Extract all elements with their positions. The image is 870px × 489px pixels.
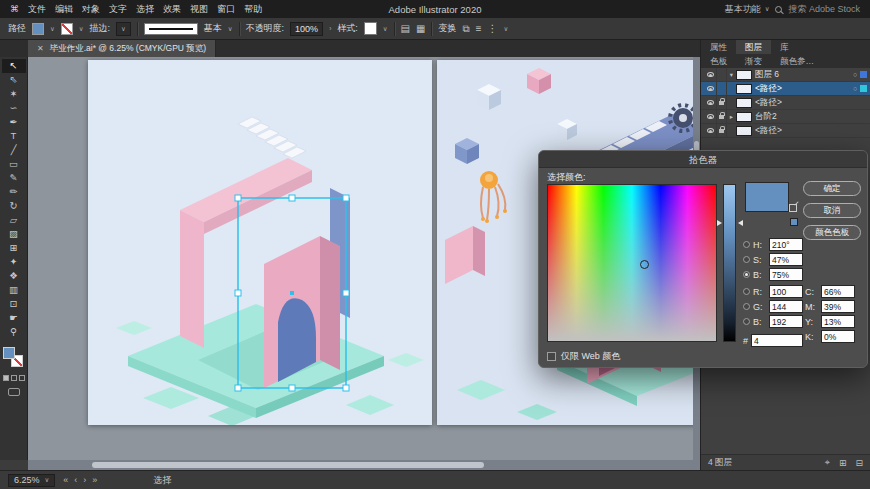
delete-layer-icon[interactable]: ⊟ [855,458,863,468]
tab-swatches[interactable]: 色板 [701,54,736,68]
previous-artboard-icon[interactable]: ‹ [74,475,77,485]
selection-tool[interactable]: ↖ [2,59,26,73]
document-setup-icon[interactable]: ▤ [401,23,410,34]
first-artboard-icon[interactable]: « [63,475,68,485]
lock-toggle[interactable] [716,96,727,109]
channel-r-input[interactable] [769,285,803,298]
layer-name[interactable]: <路径> [755,97,870,109]
stroke-caret-icon[interactable]: ∨ [79,25,84,33]
opacity-field[interactable]: 100% [290,22,323,36]
workspace-switcher[interactable]: 基本功能 ∨ [725,3,770,16]
visibility-toggle[interactable] [704,114,716,119]
channel-g-input[interactable] [769,300,803,313]
fill-proxy-swatch[interactable] [3,347,15,359]
menu-item-help[interactable]: 帮助 [244,3,262,16]
cancel-button[interactable]: 取消 [803,203,861,218]
channel-s-input[interactable] [769,253,803,266]
caret-down-icon[interactable]: ∨ [503,25,508,33]
magic-wand-tool[interactable]: ✶ [2,87,26,101]
last-artboard-icon[interactable]: » [92,475,97,485]
visibility-toggle[interactable] [704,100,716,105]
stock-search-field[interactable]: 搜索 Adobe Stock [788,3,860,16]
zoom-tool[interactable]: ⚲ [2,325,26,339]
rotate-tool[interactable]: ↻ [2,199,26,213]
radio-s[interactable] [743,256,750,263]
radio-h[interactable] [743,241,750,248]
fill-caret-icon[interactable]: ∨ [50,25,55,33]
channel-c-input[interactable] [821,285,855,298]
menu-item-object[interactable]: 对象 [82,3,100,16]
horizontal-scrollbar[interactable] [28,460,700,470]
mesh-tool[interactable]: ⊞ [2,241,26,255]
caret-down-icon[interactable]: ∨ [228,25,233,33]
lock-toggle[interactable] [716,124,727,137]
align-icon[interactable]: ≡ [476,23,482,34]
color-slider[interactable] [723,184,736,342]
slider-handle-right-icon[interactable] [738,220,743,226]
fill-color-swatch[interactable] [32,23,44,35]
artboard-1[interactable] [88,60,432,425]
channel-y-input[interactable] [821,315,855,328]
channel-m-input[interactable] [821,300,855,313]
more-options-icon[interactable]: ⋮ [487,23,497,34]
pencil-tool[interactable]: ✏ [2,185,26,199]
menu-item-file[interactable]: 文件 [28,3,46,16]
line-segment-tool[interactable]: ╱ [2,143,26,157]
menu-item-edit[interactable]: 编辑 [55,3,73,16]
layer-row[interactable]: ▸ 台阶2 [701,110,870,124]
tab-color-guide[interactable]: 颜色参… [771,54,823,68]
graph-tool[interactable]: ▥ [2,283,26,297]
draw-inside-icon[interactable] [19,375,25,381]
stroke-profile-preview[interactable] [144,23,198,35]
layer-name[interactable]: 台阶2 [755,111,870,123]
new-layer-icon[interactable]: ⊞ [839,458,847,468]
tab-properties[interactable]: 属性 [701,40,736,54]
color-field-marker[interactable] [640,260,649,269]
visibility-toggle[interactable] [704,72,716,77]
screen-mode-icon[interactable] [8,388,20,396]
lasso-tool[interactable]: ∽ [2,101,26,115]
rectangle-tool[interactable]: ▭ [2,157,26,171]
color-swatches-button[interactable]: 颜色色板 [803,225,861,240]
expand-icon[interactable]: ▾ [727,71,736,79]
web-color-cube-icon[interactable] [789,204,797,212]
ok-button[interactable]: 确定 [803,181,861,196]
lock-toggle[interactable] [716,68,727,81]
draw-behind-icon[interactable] [11,375,17,381]
brush-definition-label[interactable]: 基本 [204,22,222,35]
apple-menu-icon[interactable]: ⌘ [10,4,19,14]
zoom-level-select[interactable]: 6.25% ∨ [8,474,55,487]
menu-item-view[interactable]: 视图 [190,3,208,16]
artboard-tool[interactable]: ⊡ [2,297,26,311]
target-icon[interactable]: ○ [850,85,860,92]
tab-gradient[interactable]: 渐变 [736,54,771,68]
layer-row[interactable]: <路径> [701,124,870,138]
layer-name[interactable]: <路径> [755,83,850,95]
style-swatch[interactable] [364,22,377,35]
close-tab-icon[interactable]: ✕ [37,44,44,53]
direct-selection-tool[interactable]: ⇖ [2,73,26,87]
gamut-color-chip[interactable] [790,218,798,226]
next-artboard-icon[interactable]: › [83,475,86,485]
radio-b[interactable] [743,271,750,278]
document-tab[interactable]: ✕ 毕业作业.ai* @ 6.25% (CMYK/GPU 预览) [28,40,216,57]
layer-row[interactable]: <路径> [701,96,870,110]
web-colors-option[interactable]: 仅限 Web 颜色 [547,350,620,363]
menu-item-effect[interactable]: 效果 [163,3,181,16]
menu-item-select[interactable]: 选择 [136,3,154,16]
target-icon[interactable]: ○ [850,71,860,78]
scale-tool[interactable]: ▱ [2,213,26,227]
caret-down-icon[interactable]: ∨ [383,25,388,33]
grid-options-icon[interactable]: ▦ [416,23,425,34]
pen-tool[interactable]: ✒ [2,115,26,129]
type-tool[interactable]: T [2,129,26,143]
hand-tool[interactable]: ☛ [2,311,26,325]
radio-b2[interactable] [743,318,750,325]
tab-layers[interactable]: 图层 [736,40,771,54]
color-field[interactable] [547,184,717,342]
locate-object-icon[interactable]: ⌖ [825,457,830,468]
channel-b-input[interactable] [769,268,803,281]
slider-handle-left-icon[interactable] [717,220,722,226]
menu-item-window[interactable]: 窗口 [217,3,235,16]
lock-toggle[interactable] [716,110,727,123]
